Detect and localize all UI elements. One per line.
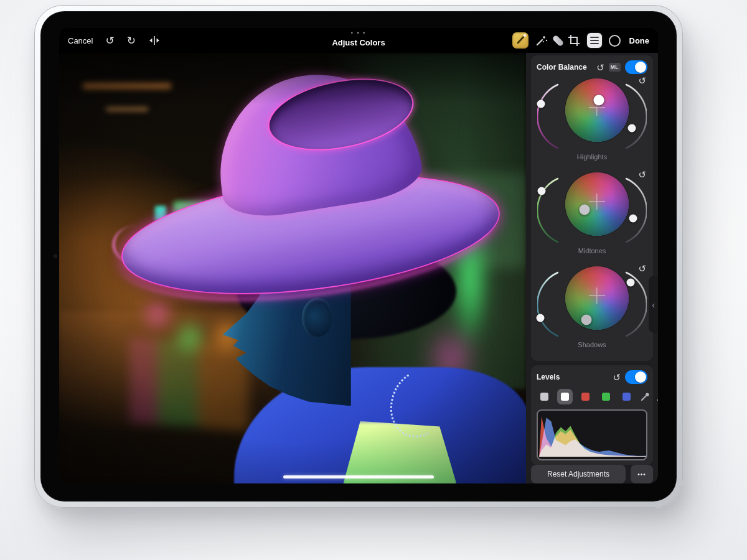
redo-icon[interactable]: ↻ (127, 35, 136, 46)
levels-panel: Levels ↺ (531, 365, 653, 465)
wheel-label: Shadows (537, 341, 647, 348)
left-arc-slider[interactable] (537, 80, 561, 153)
histogram (537, 409, 647, 460)
wheel-midtones: ↺ Midtones (537, 169, 647, 263)
toggle-knob (635, 62, 646, 73)
left-arc-slider[interactable] (537, 174, 561, 247)
channel-blue-button[interactable] (619, 389, 634, 404)
page-title: Adjust Colors (332, 38, 385, 47)
wheel-label: Highlights (537, 153, 647, 161)
top-toolbar: Cancel ↺ ↻ • • • Adjust Colors (59, 28, 658, 53)
app-screen: Cancel ↺ ↻ • • • Adjust Colors (59, 28, 658, 483)
compare-split-icon[interactable] (148, 35, 161, 45)
wheel-handle[interactable] (579, 205, 590, 215)
left-arc-knob[interactable] (537, 100, 545, 108)
channel-luminance-button[interactable] (537, 389, 552, 404)
black-point-eyedropper-icon[interactable] (640, 391, 651, 402)
wheel-reset-icon[interactable]: ↺ (638, 76, 646, 85)
wheel-highlights: ↺ Highlights (537, 75, 647, 169)
channel-rgb-button[interactable] (557, 389, 573, 404)
wheel-reset-icon[interactable]: ↺ (638, 264, 646, 273)
levels-title: Levels (537, 373, 608, 381)
levels-toggle[interactable] (625, 370, 647, 384)
chevron-left-icon: ‹ (652, 299, 655, 310)
ml-enhance-icon[interactable] (535, 34, 548, 47)
sidebar-collapse-handle[interactable]: ‹ (649, 276, 658, 333)
wheel-handle[interactable] (593, 95, 604, 105)
photo-canvas[interactable] (59, 53, 526, 483)
color-sphere[interactable] (565, 78, 629, 142)
sphere-crosshair (589, 194, 605, 210)
right-arc-knob[interactable] (629, 215, 637, 223)
color-balance-panel: Color Balance ↺ ML ↺ Highlights (531, 55, 653, 361)
adjustments-panel-icon[interactable] (587, 33, 602, 48)
levels-reset-icon[interactable]: ↺ (613, 373, 621, 382)
right-arc-knob[interactable] (627, 278, 635, 286)
title-dots: • • • (332, 30, 385, 36)
reset-adjustments-button[interactable]: Reset Adjustments (531, 465, 626, 483)
right-arc-knob[interactable] (628, 124, 636, 133)
wheel-label: Midtones (537, 247, 647, 254)
left-arc-knob[interactable] (538, 187, 546, 195)
cancel-button[interactable]: Cancel (68, 36, 93, 45)
wheel-shadows: ↺ Shadows (537, 263, 647, 357)
channel-red-button[interactable] (578, 389, 593, 404)
overlay-circle-icon[interactable] (609, 35, 621, 47)
channel-row (537, 389, 647, 404)
wheel-reset-icon[interactable]: ↺ (638, 170, 646, 179)
bottom-button-row: Reset Adjustments ••• (531, 465, 653, 483)
adjust-colors-tool-icon[interactable] (512, 32, 529, 49)
more-options-button[interactable]: ••• (631, 465, 653, 483)
crop-icon[interactable] (568, 34, 580, 47)
undo-icon[interactable]: ↺ (105, 35, 114, 46)
adjustments-sidebar: Color Balance ↺ ML ↺ Highlights (526, 53, 658, 483)
home-indicator[interactable] (283, 475, 434, 478)
front-camera (54, 254, 57, 258)
toggle-knob (635, 371, 646, 383)
brush-glyph (517, 35, 525, 44)
color-balance-reset-icon[interactable]: ↺ (596, 63, 604, 72)
channel-green-button[interactable] (598, 389, 614, 404)
wheel-handle[interactable] (581, 315, 592, 325)
color-sphere[interactable] (565, 172, 629, 236)
repair-tool-icon[interactable] (552, 34, 564, 47)
left-arc-slider[interactable] (537, 268, 561, 341)
sphere-crosshair (589, 287, 605, 304)
photo-vignette (59, 53, 526, 483)
done-button[interactable]: Done (629, 36, 650, 45)
color-sphere[interactable] (565, 266, 629, 330)
gray-point-eyedropper-icon[interactable] (656, 391, 658, 402)
left-arc-knob[interactable] (537, 314, 545, 322)
color-balance-toggle[interactable] (625, 60, 647, 74)
ml-badge[interactable]: ML (609, 63, 621, 72)
color-balance-title: Color Balance (537, 63, 592, 72)
